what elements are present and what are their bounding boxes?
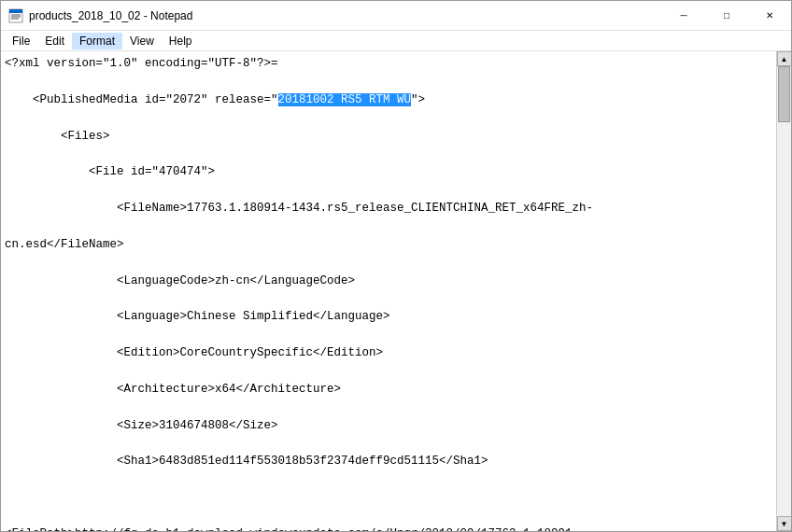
scroll-track[interactable] — [777, 66, 791, 516]
app-icon — [8, 8, 23, 23]
line-13 — [5, 489, 776, 507]
menu-help[interactable]: Help — [162, 33, 200, 49]
menu-bar: File Edit Format View Help — [1, 31, 791, 51]
main-window: products_2018_10_02 - Notepad ─ □ ✕ File… — [0, 0, 792, 532]
text-editor[interactable]: <?xml version="1.0" encoding="UTF-8"?>= … — [1, 51, 776, 531]
highlight-text: 20181002 RS5 RTM WU — [278, 93, 412, 106]
svg-rect-1 — [9, 9, 22, 13]
menu-file[interactable]: File — [5, 33, 37, 49]
line-1: <?xml version="1.0" encoding="UTF-8"?>= — [5, 55, 776, 73]
line-11: <Size>3104674808</Size> — [5, 417, 776, 435]
close-button[interactable]: ✕ — [748, 1, 791, 31]
line-12: <Sha1>6483d851ed114f553018b53f2374deff9c… — [5, 453, 776, 470]
content-area: <?xml version="1.0" encoding="UTF-8"?>= … — [1, 51, 791, 531]
scroll-down-button[interactable]: ▼ — [777, 516, 792, 531]
window-title: products_2018_10_02 - Notepad — [29, 9, 662, 22]
line-4: <File id="470474"> — [5, 163, 776, 181]
line-6: cn.esd</FileName> — [5, 236, 776, 254]
line-9: <Edition>CoreCountrySpecific</Edition> — [5, 344, 776, 362]
scroll-thumb[interactable] — [778, 66, 790, 122]
line-14: <FilePath>http://fg.ds.b1.download.windo… — [5, 525, 776, 531]
line-7: <LanguageCode>zh-cn</LanguageCode> — [5, 273, 776, 290]
line-5: <FileName>17763.1.180914-1434.rs5_releas… — [5, 200, 776, 217]
scroll-up-button[interactable]: ▲ — [777, 51, 792, 66]
menu-edit[interactable]: Edit — [37, 33, 72, 49]
minimize-button[interactable]: ─ — [662, 1, 705, 31]
menu-view[interactable]: View — [122, 33, 162, 49]
line-10: <Architecture>x64</Architecture> — [5, 381, 776, 399]
maximize-button[interactable]: □ — [705, 1, 748, 31]
line-8: <Language>Chinese Simplified</Language> — [5, 308, 776, 326]
window-controls: ─ □ ✕ — [662, 1, 791, 31]
menu-format[interactable]: Format — [72, 33, 122, 49]
title-bar: products_2018_10_02 - Notepad ─ □ ✕ — [1, 1, 791, 31]
scrollbar[interactable]: ▲ ▼ — [776, 51, 791, 531]
line-2: <PublishedMedia id="2072" release="20181… — [5, 91, 776, 109]
line-3: <Files> — [5, 128, 776, 146]
